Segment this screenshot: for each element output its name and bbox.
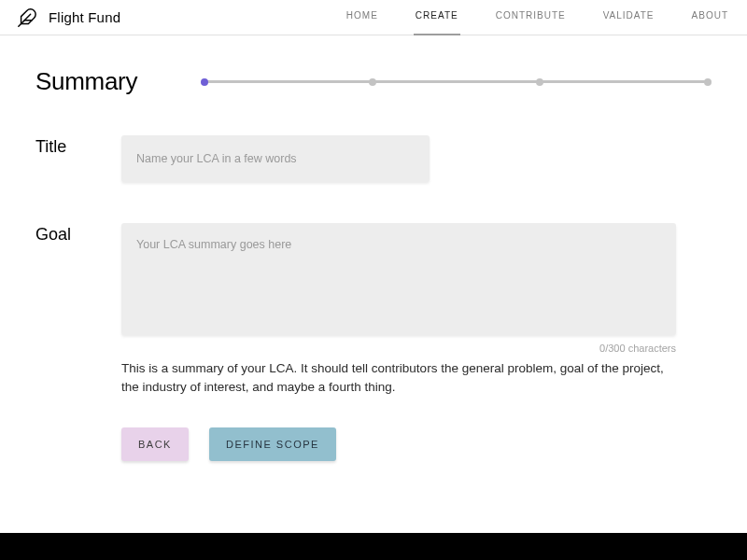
title-label: Title [35, 135, 121, 182]
nav-create[interactable]: CREATE [416, 10, 458, 24]
form-row-goal: Goal 0/300 characters This is a summary … [35, 223, 712, 396]
goal-helper-text: This is a summary of your LCA. It should… [121, 359, 676, 396]
goal-textarea[interactable] [121, 223, 676, 335]
stepper-dots [201, 78, 712, 86]
stepper-dot-2[interactable] [369, 78, 376, 86]
main-nav: HOME CREATE CONTRIBUTE VALIDATE ABOUT [346, 10, 728, 24]
brand-block: Flight Fund [17, 7, 120, 28]
title-input[interactable] [121, 135, 430, 182]
goal-label: Goal [35, 223, 121, 396]
stepper-dot-4[interactable] [704, 78, 712, 86]
nav-home[interactable]: HOME [346, 10, 378, 24]
button-row: BACK DEFINE SCOPE [121, 427, 712, 461]
progress-stepper [201, 71, 712, 93]
title-field-col [121, 135, 712, 182]
footer-bar [0, 533, 747, 560]
feather-icon [17, 7, 37, 28]
nav-validate[interactable]: VALIDATE [603, 10, 655, 24]
back-button[interactable]: BACK [121, 427, 189, 461]
nav-contribute[interactable]: CONTRIBUTE [496, 10, 566, 24]
stepper-dot-1[interactable] [201, 78, 208, 86]
page-title: Summary [35, 67, 137, 96]
goal-char-counter: 0/300 characters [121, 343, 676, 354]
app-header: Flight Fund HOME CREATE CONTRIBUTE VALID… [0, 0, 747, 35]
page-body: Summary Title Goal 0/300 characters This… [0, 35, 747, 461]
page-header-row: Summary [35, 67, 712, 96]
form-row-title: Title [35, 135, 712, 182]
stepper-dot-3[interactable] [536, 78, 543, 86]
brand-name: Flight Fund [49, 9, 120, 25]
goal-field-col: 0/300 characters This is a summary of yo… [121, 223, 712, 396]
define-scope-button[interactable]: DEFINE SCOPE [209, 427, 336, 461]
nav-about[interactable]: ABOUT [692, 10, 728, 24]
